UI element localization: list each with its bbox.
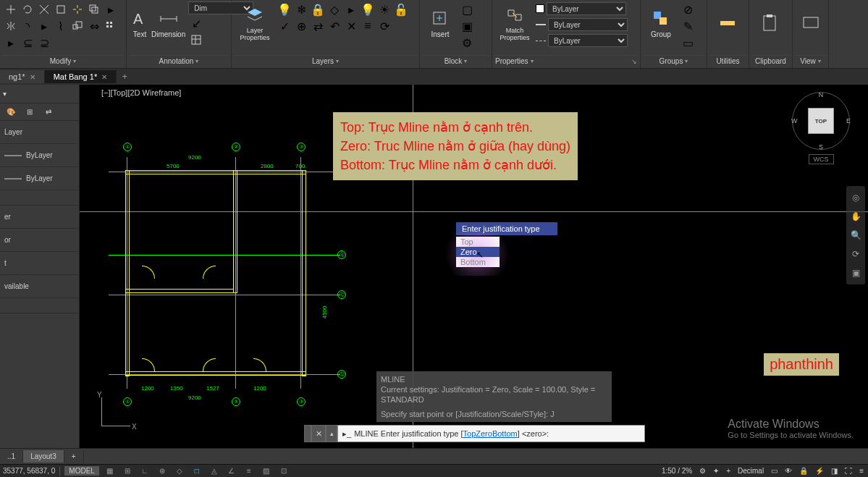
layer-lock-icon[interactable]: 🔒 <box>310 1 326 17</box>
status-custom-icon[interactable]: ≡ <box>858 467 865 475</box>
wcs-label[interactable]: WCS <box>809 154 834 164</box>
status-lock-icon[interactable]: 🔒 <box>798 467 809 475</box>
offset-icon[interactable] <box>86 1 102 17</box>
add-tab-button[interactable]: + <box>117 72 132 82</box>
option-top[interactable]: Top <box>456 237 500 247</box>
layer-drop-icon[interactable]: ▸ <box>343 1 359 17</box>
fillet-icon[interactable]: ◝ <box>20 18 35 34</box>
view-cube[interactable]: TOP N S E W WCS <box>788 92 854 172</box>
cmd-option-bottom[interactable]: Bottom <box>492 429 518 438</box>
layer-on-icon[interactable]: 💡 <box>360 1 376 17</box>
lineweight-select[interactable]: ByLayer <box>548 18 628 31</box>
status-iso-icon[interactable]: ◇ <box>173 466 186 476</box>
panel-arrow-icon[interactable]: ▾ <box>336 58 339 64</box>
explode-icon[interactable] <box>69 1 85 17</box>
copy-icon[interactable]: ▸ <box>103 1 119 17</box>
palette-item-8[interactable] <box>0 298 79 313</box>
color-select[interactable]: ByLayer <box>547 2 626 15</box>
command-input[interactable]: ▸_ MLINE Enter justification type [ Top … <box>337 425 645 442</box>
close-icon[interactable]: ✕ <box>30 73 35 81</box>
layer-properties-button[interactable]: LayerProperties <box>235 1 275 45</box>
layout-tab-add[interactable]: + <box>64 450 84 463</box>
nav-pan-icon[interactable]: ✋ <box>848 209 863 224</box>
group-button[interactable]: Group <box>644 1 678 45</box>
view-cube-s[interactable]: S <box>819 143 823 151</box>
table-icon[interactable] <box>188 32 204 48</box>
nav-zoom-icon[interactable]: 🔍 <box>848 228 863 242</box>
status-ws-icon[interactable]: ▭ <box>770 467 779 475</box>
utilities-button[interactable] <box>710 1 745 45</box>
palette-item-bylayer2[interactable]: ByLayer <box>0 167 79 190</box>
palette-item-6[interactable]: t <box>0 252 79 275</box>
nav-wheel-icon[interactable]: ◎ <box>848 190 863 205</box>
stretch-icon[interactable]: ⇔ <box>86 18 102 34</box>
dimension-button[interactable]: Dimension <box>151 1 185 45</box>
panel-arrow-icon[interactable]: ▾ <box>464 58 467 64</box>
status-3dosnap-icon[interactable]: ◬ <box>208 466 221 476</box>
array-icon[interactable] <box>103 18 119 34</box>
nav-orbit-icon[interactable]: ⟳ <box>848 247 863 261</box>
pal-icon-1[interactable]: 🎨 <box>3 104 19 120</box>
cmd-history-button[interactable]: ▴ <box>326 425 337 442</box>
status-lwt-icon[interactable]: ≡ <box>243 466 256 476</box>
group-bbox-icon[interactable]: ▭ <box>680 35 696 51</box>
layer-merge-icon[interactable]: ⊕ <box>293 18 309 34</box>
view-cube-w[interactable]: W <box>791 117 798 124</box>
cmd-option-zero[interactable]: Zero <box>476 429 492 438</box>
status-transparency-icon[interactable]: ▨ <box>260 466 273 476</box>
layer-match-icon[interactable]: ⇄ <box>310 18 326 34</box>
pal-icon-3[interactable]: ⇄ <box>41 104 56 120</box>
create-block-icon[interactable]: ▢ <box>459 1 475 17</box>
panel-arrow-icon[interactable]: ▾ <box>685 58 688 64</box>
attr-block-icon[interactable]: ⚙ <box>459 35 475 51</box>
palette-item-7[interactable]: vailable <box>0 275 79 298</box>
layer-walk-icon[interactable]: ≡ <box>360 18 376 34</box>
status-grid-icon[interactable]: ▦ <box>104 466 117 476</box>
drawing-canvas[interactable]: [−][Top][2D Wireframe] ① ② ③ Ⓐ Ⓑ Ⓒ Ⓓ ① ②… <box>80 85 868 448</box>
panel-arrow-icon[interactable]: ▾ <box>818 58 821 64</box>
move-icon[interactable] <box>3 1 19 17</box>
palette-item-layer[interactable]: Layer <box>0 121 79 144</box>
scale-icon[interactable] <box>69 18 85 34</box>
status-anno-icon[interactable]: ✦ <box>712 467 720 475</box>
status-scale[interactable]: 1:50 / 2% <box>660 467 694 475</box>
status-units[interactable]: Decimal <box>736 467 765 475</box>
mirror-icon[interactable] <box>3 18 19 34</box>
panel-arrow-icon[interactable]: ▾ <box>195 58 198 64</box>
ungroup-icon[interactable]: ⊘ <box>680 1 696 17</box>
palette-item-3[interactable] <box>0 190 79 206</box>
view-cube-e[interactable]: E <box>846 117 851 124</box>
extend-icon[interactable]: ⊆ <box>20 35 35 51</box>
edit-block-icon[interactable]: ▣ <box>459 18 475 34</box>
palette-item-4[interactable]: er <box>0 206 79 229</box>
layer-unlock-icon[interactable]: 🔓 <box>393 1 409 17</box>
group-edit-icon[interactable]: ✎ <box>680 18 696 34</box>
erase-icon[interactable] <box>53 1 69 17</box>
status-qp-icon[interactable]: ⊡ <box>277 466 290 476</box>
layer-change-icon[interactable]: ⟳ <box>376 18 392 34</box>
nav-showmotion-icon[interactable]: ▣ <box>848 266 863 280</box>
layer-state-icon[interactable]: ✓ <box>277 18 292 34</box>
layer-off-icon[interactable]: 💡 <box>277 1 292 17</box>
array-drop-icon[interactable]: ▸ <box>3 35 19 51</box>
pal-icon-2[interactable]: ⊞ <box>22 104 38 120</box>
option-zero[interactable]: Zero <box>456 247 500 257</box>
view-cube-face[interactable]: TOP <box>808 108 834 134</box>
status-osnap-icon[interactable]: □ <box>190 466 203 476</box>
doc-tab-2[interactable]: Mat Bang 1*✕ <box>45 70 117 83</box>
status-gear-icon[interactable]: ⚙ <box>698 467 707 475</box>
status-plus-icon[interactable]: + <box>725 467 732 475</box>
palette-item-bylayer1[interactable]: ByLayer <box>0 144 79 167</box>
layer-prev-icon[interactable]: ↶ <box>326 18 342 34</box>
trim-icon[interactable] <box>36 1 52 17</box>
doc-tab-1[interactable]: ng1*✕ <box>0 70 45 83</box>
cmd-close-button[interactable]: ✕ <box>311 425 326 442</box>
status-eye-icon[interactable]: 👁 <box>783 467 793 475</box>
cmd-option-top[interactable]: Top <box>463 429 476 438</box>
viewport-label[interactable]: [−][Top][2D Wireframe] <box>101 88 181 97</box>
view-cube-n[interactable]: N <box>819 91 824 98</box>
status-hw-icon[interactable]: ⚡ <box>814 467 825 475</box>
status-model-button[interactable]: MODEL <box>64 466 99 476</box>
view-cube-compass[interactable]: TOP N S E W <box>792 92 850 150</box>
layer-freeze-icon[interactable]: ❄ <box>293 1 309 17</box>
